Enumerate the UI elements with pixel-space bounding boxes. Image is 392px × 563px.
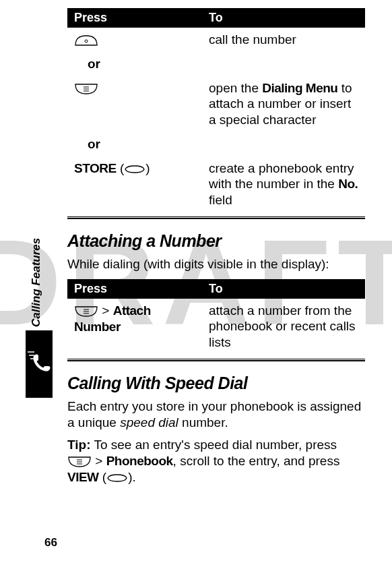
menu-key-icon bbox=[67, 454, 92, 469]
cell-press: > Attach Number bbox=[67, 299, 202, 355]
page-content: Press To call the number or bbox=[0, 0, 392, 506]
menu-key-icon bbox=[74, 304, 98, 319]
table-row-or: or bbox=[67, 132, 365, 156]
th-to: To bbox=[202, 279, 365, 299]
intro-text: While dialing (with digits visible in th… bbox=[67, 256, 365, 272]
send-key-icon bbox=[74, 33, 98, 48]
table-end-rule bbox=[67, 359, 365, 361]
heading-speed-dial: Calling With Speed Dial bbox=[67, 374, 365, 393]
cell-text: create a phonebook entry with the number… bbox=[202, 156, 365, 212]
page-number: 66 bbox=[44, 536, 57, 550]
cell-text: attach a number from the phonebook or re… bbox=[202, 299, 365, 355]
table-row: STORE ( ) create a phonebook entry with … bbox=[67, 156, 365, 212]
sidebar-label: Calling Features bbox=[30, 238, 43, 327]
table-end-rule bbox=[67, 216, 365, 219]
or-label: or bbox=[67, 52, 202, 76]
th-to: To bbox=[202, 8, 365, 28]
or-label: or bbox=[67, 132, 202, 156]
table-row: open the Dialing Menu to attach a number… bbox=[67, 76, 365, 132]
soft-key-icon bbox=[124, 165, 145, 174]
menu-key-icon bbox=[74, 82, 98, 96]
th-press: Press bbox=[67, 279, 202, 299]
phone-handset-icon bbox=[32, 353, 52, 373]
speed-dial-tip: Tip: To see an entry's speed dial number… bbox=[67, 437, 365, 485]
soft-key-icon bbox=[106, 473, 128, 483]
svg-point-3 bbox=[85, 40, 88, 42]
press-to-table-1: Press To call the number or bbox=[67, 8, 365, 212]
cell-text: open the Dialing Menu to attach a number… bbox=[202, 76, 365, 132]
heading-attaching-number: Attaching a Number bbox=[67, 231, 365, 251]
th-press: Press bbox=[67, 8, 202, 28]
table-row-or: or bbox=[67, 52, 365, 76]
table-row: call the number bbox=[67, 28, 365, 52]
cell-press: STORE ( ) bbox=[67, 156, 202, 212]
cell-text: call the number bbox=[202, 28, 365, 52]
speed-dial-intro: Each entry you store in your phonebook i… bbox=[67, 398, 365, 431]
press-to-table-2: Press To > Attach Number attach a number… bbox=[67, 279, 365, 355]
table-row: > Attach Number attach a number from the… bbox=[67, 299, 365, 355]
